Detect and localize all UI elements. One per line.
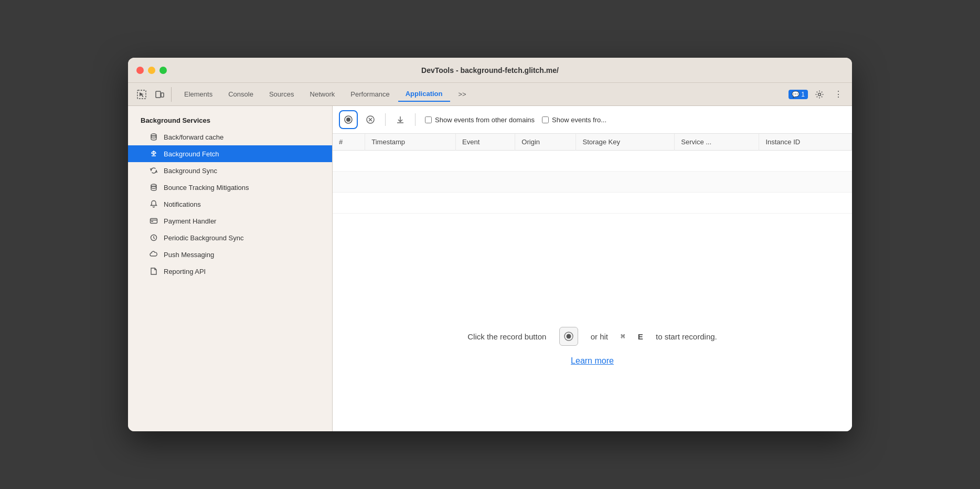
empty-state-message: Click the record button or hit ⌘ E (467, 327, 717, 346)
tab-sources[interactable]: Sources (262, 87, 302, 101)
col-service: Service ... (675, 134, 759, 151)
device-icon[interactable] (152, 87, 167, 102)
table-row (333, 193, 852, 214)
database-icon (149, 183, 158, 192)
inspect-icon[interactable] (134, 87, 149, 102)
maximize-button[interactable] (159, 67, 167, 74)
sidebar-item-label: Background Fetch (164, 150, 219, 158)
svg-point-15 (566, 334, 571, 339)
sidebar-item-back-forward-cache[interactable]: Back/forward cache (128, 129, 332, 145)
sidebar-item-label: Back/forward cache (164, 133, 223, 141)
svg-point-12 (346, 118, 350, 122)
cmd-symbol: ⌘ (621, 332, 625, 341)
minimize-button[interactable] (148, 67, 155, 74)
more-options-icon[interactable]: ⋮ (831, 87, 846, 102)
settings-icon[interactable] (812, 87, 827, 102)
sidebar-item-label: Periodic Background Sync (164, 234, 243, 242)
svg-rect-2 (161, 93, 164, 97)
table-container: # Timestamp Event Origin Storage Key Ser… (333, 134, 852, 262)
empty-state-text-after: to start recording. (656, 332, 717, 341)
sidebar-item-label: Reporting API (164, 268, 206, 275)
window-title: DevTools - background-fetch.glitch.me/ (421, 66, 559, 75)
show-other-domains-checkbox[interactable] (425, 116, 432, 123)
sidebar: Background Services Back/forward cache (128, 106, 333, 431)
card-icon (149, 216, 158, 226)
tab-more[interactable]: >> (451, 87, 474, 101)
sidebar-item-notifications[interactable]: Notifications (128, 196, 332, 212)
show-events-fro-checkbox[interactable] (542, 116, 549, 123)
cloud-icon (149, 250, 158, 259)
record-button[interactable] (339, 110, 358, 129)
col-storage-key: Storage Key (576, 134, 675, 151)
shortcut-key: E (638, 332, 643, 341)
table-row (333, 172, 852, 193)
clear-button[interactable] (361, 110, 380, 129)
learn-more-link[interactable]: Learn more (571, 356, 614, 366)
table-body (333, 151, 852, 214)
tabbar-right-group: 💬 1 ⋮ (789, 87, 846, 102)
sidebar-item-payment-handler[interactable]: Payment Handler (128, 212, 332, 229)
show-other-domains-label[interactable]: Show events from other domains (425, 116, 535, 124)
empty-state-text-middle: or hit (591, 332, 608, 341)
download-button[interactable] (391, 110, 410, 129)
col-origin: Origin (515, 134, 576, 151)
tab-network[interactable]: Network (303, 87, 343, 101)
col-number: # (333, 134, 365, 151)
tab-elements[interactable]: Elements (177, 87, 220, 101)
col-instance-id: Instance ID (759, 134, 852, 151)
sidebar-item-push-messaging[interactable]: Push Messaging (128, 246, 332, 263)
tabbar: Elements Console Sources Network Perform… (128, 83, 852, 106)
sidebar-item-label: Notifications (164, 200, 201, 208)
sidebar-item-label: Bounce Tracking Mitigations (164, 184, 249, 192)
svg-rect-1 (156, 91, 161, 98)
record-icon-inline (559, 327, 578, 346)
clock-icon (149, 233, 158, 242)
badge-icon: 💬 (792, 91, 800, 98)
close-button[interactable] (136, 67, 144, 74)
show-events-fro-label[interactable]: Show events fro... (542, 116, 606, 124)
show-events-fro-text: Show events fro... (552, 116, 606, 124)
sidebar-item-label: Payment Handler (164, 217, 216, 225)
tab-application[interactable]: Application (398, 87, 450, 102)
cylinder-icon (149, 132, 158, 142)
events-table: # Timestamp Event Origin Storage Key Ser… (333, 134, 852, 214)
col-timestamp: Timestamp (365, 134, 456, 151)
sidebar-section-title: Background Services (128, 114, 332, 129)
sidebar-item-background-fetch[interactable]: Background Fetch (128, 145, 332, 162)
svg-point-5 (151, 136, 156, 138)
main-area: Background Services Back/forward cache (128, 106, 852, 431)
toolbar-divider-2 (415, 113, 416, 126)
empty-state-text-before: Click the record button (467, 332, 546, 341)
tab-console[interactable]: Console (221, 87, 261, 101)
fetch-icon (149, 149, 158, 158)
sidebar-item-periodic-background-sync[interactable]: Periodic Background Sync (128, 229, 332, 246)
sidebar-item-label: Background Sync (164, 167, 217, 175)
sidebar-item-label: Push Messaging (164, 251, 214, 259)
svg-rect-9 (151, 221, 153, 222)
sidebar-item-reporting-api[interactable]: Reporting API (128, 263, 332, 280)
empty-state: Click the record button or hit ⌘ E (333, 262, 852, 432)
content-toolbar: Show events from other domains Show even… (333, 106, 852, 134)
tab-performance[interactable]: Performance (343, 87, 397, 101)
badge-count: 1 (801, 91, 805, 98)
col-event: Event (456, 134, 515, 151)
sidebar-item-background-sync[interactable]: Background Sync (128, 162, 332, 179)
svg-point-3 (818, 93, 821, 95)
sync-icon (149, 166, 158, 175)
svg-rect-8 (151, 219, 157, 224)
bell-icon (149, 199, 158, 209)
doc-icon (149, 267, 158, 276)
table-header-row: # Timestamp Event Origin Storage Key Ser… (333, 134, 852, 151)
devtools-icons (134, 87, 172, 102)
messages-badge[interactable]: 💬 1 (789, 90, 808, 99)
devtools-window: DevTools - background-fetch.glitch.me/ E… (128, 58, 852, 431)
table-row (333, 151, 852, 172)
toolbar-divider (385, 113, 386, 126)
sidebar-item-bounce-tracking[interactable]: Bounce Tracking Mitigations (128, 179, 332, 196)
content-area: Show events from other domains Show even… (333, 106, 852, 431)
svg-point-7 (151, 186, 156, 188)
titlebar: DevTools - background-fetch.glitch.me/ (128, 58, 852, 83)
show-other-domains-text: Show events from other domains (435, 116, 535, 124)
window-controls (136, 67, 167, 74)
